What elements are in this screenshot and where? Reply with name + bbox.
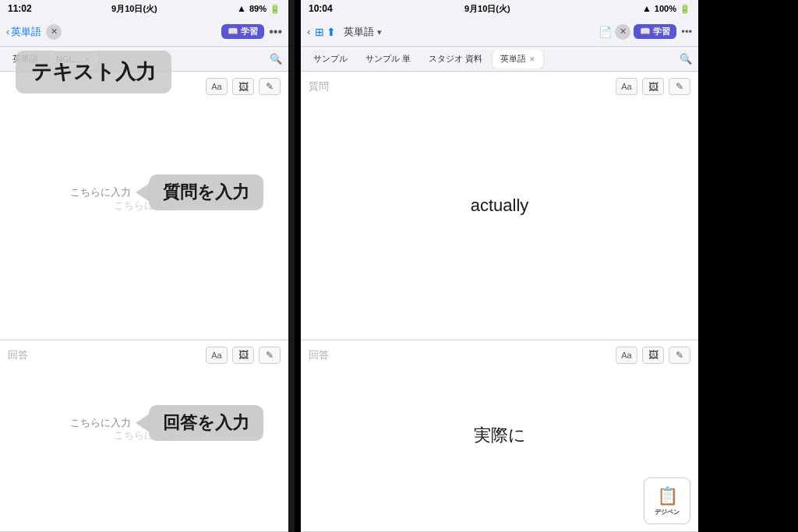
left-answer-label: 回答 [8,348,28,362]
answer-callout: こちらに入力 回答を入力 [70,405,263,441]
left-tab-search-icon[interactable]: 🔍 [268,51,284,67]
left-status-bar: 11:02 9月10日(火) ▲ 89% 🔋 [0,0,288,17]
right-back-button[interactable]: ‹ [307,26,310,37]
left-big-label-box: テキスト入力 [16,51,171,93]
question-callout-box: 質問を入力 [149,174,263,210]
right-tab-studio[interactable]: スタジオ 資料 [421,50,490,69]
left-study-badge[interactable]: 📖 学習 [221,24,264,39]
left-nav-right: 📖 学習 ••• [221,24,282,39]
left-a-image-button[interactable]: 🖼 [232,347,254,364]
right-nav-title: 英単語 ▾ [344,25,382,39]
right-file-icon: 📄 [598,26,612,38]
share-icon[interactable]: ⬆ [327,26,336,38]
right-tab-sample2[interactable]: サンプル 単 [358,50,418,69]
left-a-text-button[interactable]: Aa [206,347,228,364]
right-book-icon: 📖 [640,26,651,37]
left-back-button[interactable]: ‹ 英単語 [6,25,41,39]
chevron-left-icon: ‹ [6,26,9,37]
right-tab-eitan-label: 英単語 [500,53,526,65]
left-nav-dots[interactable]: ••• [269,25,282,39]
right-chevron-left-icon: ‹ [307,26,310,37]
right-status-bar: 10:04 9月10日(火) ▲ 100% 🔋 [301,0,698,17]
right-q-image-button[interactable]: 🖼 [642,78,664,95]
right-q-text-button[interactable]: Aa [616,78,637,95]
right-nav-bar: ‹ ⊞ ⬆ 英単語 ▾ 📄 ✕ 📖 学習 ••• [301,17,698,47]
grid-icon[interactable]: ⊞ [315,26,324,38]
right-view-toggle: ⊞ ⬆ [315,26,336,38]
digipen-icon: 📋 [657,486,678,506]
right-answer-toolbar: Aa 🖼 ✎ [616,347,690,364]
left-content-area: Aa 🖼 ✎ こちらに入力 回答 Aa 🖼 ✎ こちらに入力 [0,72,288,532]
right-question-toolbar: Aa 🖼 ✎ [616,78,690,95]
right-battery-text: 100% [655,4,676,13]
left-question-toolbar: Aa 🖼 ✎ [206,78,281,95]
right-tab-bar: サンプル サンプル 単 スタジオ 資料 英単語 ✕ 🔍 [301,47,698,72]
right-study-label: 学習 [653,26,670,37]
panel-divider [288,0,295,532]
question-callout-text: 質問を入力 [163,182,249,202]
left-status-icons: ▲ 89% 🔋 [237,3,281,14]
left-q-image-button[interactable]: 🖼 [232,78,254,95]
right-tab-studio-label: スタジオ 資料 [429,53,482,65]
right-close-button[interactable]: ✕ [615,24,630,40]
right-tab-sample2-label: サンプル 単 [365,53,411,65]
left-q-draw-button[interactable]: ✎ [259,78,281,95]
right-tab-eitan[interactable]: 英単語 ✕ [493,50,543,69]
right-a-image-button[interactable]: 🖼 [642,347,664,364]
right-answer-section: 回答 Aa 🖼 ✎ 実際に [301,340,698,532]
answer-hint-text: こちらに入力 [70,416,131,430]
right-question-value: actually [471,196,529,216]
digipen-label: デジペン [655,508,680,516]
left-q-text-button[interactable]: Aa [206,78,228,95]
right-nav-dropdown-icon[interactable]: ▾ [377,27,382,37]
right-tab-eitan-close[interactable]: ✕ [529,55,535,63]
right-date: 9月10日(火) [464,3,510,15]
left-answer-toolbar: Aa 🖼 ✎ [206,347,281,364]
right-time: 10:04 [309,3,333,14]
battery-icon-left: 🔋 [270,4,281,14]
battery-text: 89% [249,4,267,13]
right-nav-extra: 📄 ✕ 📖 学習 ••• [598,24,692,40]
book-icon: 📖 [228,26,238,37]
left-a-draw-button[interactable]: ✎ [259,347,281,364]
left-panel: 11:02 9月10日(火) ▲ 89% 🔋 ‹ 英単語 ✕ 📖 学習 ••• … [0,0,288,532]
answer-callout-box: 回答を入力 [149,405,263,441]
left-close-button[interactable]: ✕ [46,24,62,40]
right-a-text-button[interactable]: Aa [616,347,637,364]
right-tab-sample1[interactable]: サンプル [305,50,355,69]
left-time: 11:02 [8,3,32,14]
left-back-label: 英単語 [11,25,41,39]
wifi-icon: ▲ [237,3,246,14]
right-wifi-icon: ▲ [642,3,651,14]
left-study-label: 学習 [241,26,258,37]
left-big-label-text: テキスト入力 [31,60,156,83]
left-date: 9月10日(火) [111,3,157,15]
right-answer-label: 回答 [309,348,329,362]
right-q-draw-button[interactable]: ✎ [669,78,690,95]
right-nav-dots[interactable]: ••• [681,26,692,37]
right-content-area: 質問 Aa 🖼 ✎ actually 回答 Aa 🖼 ✎ 実際に [301,72,698,532]
answer-arrow-icon [136,414,150,432]
digipen-watermark: 📋 デジペン [644,477,690,524]
right-question-section: 質問 Aa 🖼 ✎ actually [301,72,698,340]
right-tab-sample1-label: サンプル [313,53,348,65]
question-hint-text: こちらに入力 [70,185,131,199]
right-study-badge[interactable]: 📖 学習 [634,24,676,39]
right-nav-title-text: 英単語 [344,26,374,37]
left-nav-bar: ‹ 英単語 ✕ 📖 学習 ••• [0,17,288,47]
right-answer-content: 実際に [301,340,698,531]
right-question-label: 質問 [309,79,329,93]
right-tab-search-icon[interactable]: 🔍 [678,51,694,67]
right-panel: 10:04 9月10日(火) ▲ 100% 🔋 ‹ ⊞ ⬆ 英単語 ▾ 📄 ✕ … [301,0,698,532]
question-arrow-icon [136,183,150,202]
right-a-draw-button[interactable]: ✎ [669,347,690,364]
question-callout: こちらに入力 質問を入力 [70,174,263,210]
right-tabs: サンプル サンプル 単 スタジオ 資料 英単語 ✕ [305,50,675,69]
right-answer-value: 実際に [474,424,526,447]
right-question-content: actually [301,72,698,340]
answer-callout-text: 回答を入力 [163,413,249,432]
right-battery-icon: 🔋 [680,4,690,14]
right-status-icons: ▲ 100% 🔋 [642,3,690,14]
